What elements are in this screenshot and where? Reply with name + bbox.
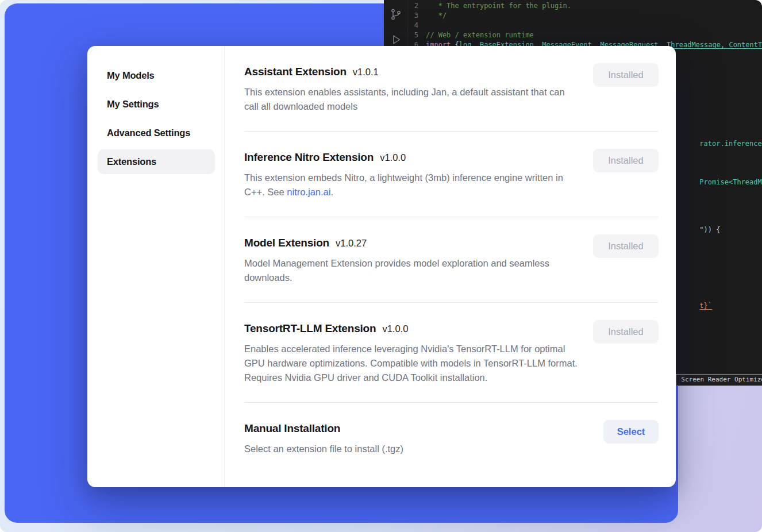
sidebar-item-extensions[interactable]: Extensions xyxy=(98,149,215,174)
sidebar-item-advanced-settings[interactable]: Advanced Settings xyxy=(98,121,215,145)
extension-title: TensortRT-LLM Extension xyxy=(244,322,376,336)
manual-installation-row: Manual Installation Select an extension … xyxy=(244,403,659,473)
extension-version: v1.0.1 xyxy=(353,67,379,78)
extension-description: This extension embeds Nitro, a lightweig… xyxy=(244,171,580,199)
sidebar-item-my-settings[interactable]: My Settings xyxy=(98,92,215,117)
installed-button-model[interactable]: Installed xyxy=(593,234,659,258)
screen-reader-optimized-badge[interactable]: Screen Reader Optimize xyxy=(676,374,762,385)
extension-row-assistant: Assistant Extension v1.0.1 This extensio… xyxy=(244,63,659,132)
installed-button-assistant[interactable]: Installed xyxy=(593,63,659,87)
extension-row-nitro: Inference Nitro Extension v1.0.0 This ex… xyxy=(244,132,659,217)
extension-version: v1.0.27 xyxy=(336,238,367,249)
extension-version: v1.0.0 xyxy=(382,323,408,334)
extension-row-model: Model Extension v1.0.27 Model Management… xyxy=(244,217,659,303)
code-text: */ xyxy=(426,11,447,21)
settings-sidebar: My Models My Settings Advanced Settings … xyxy=(87,46,225,487)
code-text: * The entrypoint for the plugin. xyxy=(426,1,571,11)
run-debug-icon[interactable] xyxy=(390,33,402,46)
code-area: 2 * The entrypoint for the plugin. 3 */ … xyxy=(409,1,762,50)
select-file-button[interactable]: Select xyxy=(603,420,659,444)
code-line: 3 */ xyxy=(409,11,762,21)
code-text: ")) { xyxy=(699,226,720,234)
code-fragment: Promise<ThreadMessage> xyxy=(675,170,762,194)
extension-version: v1.0.0 xyxy=(380,152,406,163)
extension-description: Model Management Extension provides mode… xyxy=(244,256,566,285)
code-line: 2 * The entrypoint for the plugin. xyxy=(409,1,762,11)
manual-installation-description: Select an extension file to install (.tg… xyxy=(244,442,403,456)
source-control-icon[interactable] xyxy=(390,8,402,21)
code-text: Promise<ThreadMessage> xyxy=(699,178,762,186)
installed-button-tensorrt[interactable]: Installed xyxy=(593,320,659,344)
extension-title: Model Extension xyxy=(244,236,329,250)
settings-modal: My Models My Settings Advanced Settings … xyxy=(87,46,676,487)
manual-installation-title: Manual Installation xyxy=(244,422,340,435)
line-number: 3 xyxy=(409,11,426,21)
extension-title: Inference Nitro Extension xyxy=(244,151,374,164)
code-text: t}` xyxy=(699,302,712,310)
code-text: // Web / extension runtime xyxy=(426,30,534,40)
nitro-link[interactable]: nitro.jan.ai xyxy=(287,187,330,197)
extensions-list: Assistant Extension v1.0.1 This extensio… xyxy=(225,46,676,487)
extension-row-tensorrt: TensortRT-LLM Extension v1.0.0 Enables a… xyxy=(244,303,659,403)
extension-description: This extension enables assistants, inclu… xyxy=(244,85,575,114)
code-line: 5// Web / extension runtime xyxy=(409,30,762,40)
code-fragment: rator.inference(data)); xyxy=(675,132,762,156)
line-number: 2 xyxy=(409,1,426,11)
desktop: 2 * The entrypoint for the plugin. 3 */ … xyxy=(0,0,762,532)
code-text: rator.inference xyxy=(699,140,761,148)
installed-button-nitro[interactable]: Installed xyxy=(593,149,659,172)
line-number: 4 xyxy=(409,21,426,30)
line-number: 5 xyxy=(409,30,426,40)
extension-title: Assistant Extension xyxy=(244,65,347,79)
extension-description: Enables accelerated inference leveraging… xyxy=(244,342,583,385)
code-line: 4 xyxy=(409,21,762,30)
sidebar-item-my-models[interactable]: My Models xyxy=(98,63,215,88)
description-text: . xyxy=(330,187,333,197)
code-fragment: t}` xyxy=(675,294,712,318)
code-fragment: ")) { xyxy=(675,218,720,242)
